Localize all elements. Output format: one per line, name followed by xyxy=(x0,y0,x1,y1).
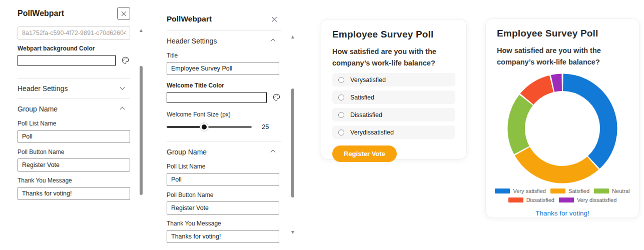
legend-label: Very satisfied xyxy=(513,188,545,194)
font-size-label: Welcome Font Size (px) xyxy=(167,111,281,118)
poll-button-name-input[interactable] xyxy=(18,158,130,172)
title-input[interactable] xyxy=(167,62,279,75)
legend-item: Neutral xyxy=(594,188,629,194)
option-label: Verydissatisfied xyxy=(350,129,394,136)
slider-thumb[interactable] xyxy=(200,123,208,131)
font-size-value: 25 xyxy=(262,123,269,130)
poll-option-row[interactable]: Verysatisfied xyxy=(332,73,455,86)
poll-list-name-input[interactable] xyxy=(18,130,130,143)
chart-legend: Very satisfiedSatisfiedNeutralDissatisfi… xyxy=(495,188,630,203)
legend-swatch xyxy=(508,198,523,202)
donut-slice-3 xyxy=(527,84,551,100)
scrollbar-thumb[interactable] xyxy=(291,88,294,198)
poll-title: Employee Survey Poll xyxy=(497,28,628,39)
scroll-up-icon[interactable] xyxy=(291,36,294,38)
legend-label: Satisfied xyxy=(568,188,589,194)
pane-title: PollWebpart xyxy=(18,9,64,18)
close-icon xyxy=(121,11,127,16)
legend-row: Very satisfiedSatisfiedNeutral xyxy=(495,188,630,194)
section-group-name[interactable]: Group Name xyxy=(167,142,281,162)
poll-vote-card: Employee Survey Poll How satisfied are y… xyxy=(321,19,467,160)
section-label: Header Settings xyxy=(167,37,217,45)
slider-track-filled xyxy=(167,126,204,128)
poll-button-name-input[interactable] xyxy=(167,202,279,214)
field-label: Poll Button Name xyxy=(18,148,130,156)
field-label: Poll Button Name xyxy=(167,192,281,198)
scrollbar[interactable] xyxy=(291,12,295,248)
poll-option-row[interactable]: Verydissatisfied xyxy=(332,126,455,139)
poll-results-card: Employee Survey Poll How satisfied are y… xyxy=(485,18,639,218)
legend-label: Very dissatisfied xyxy=(577,197,616,203)
donut-slice-0 xyxy=(563,82,608,162)
field-label: Thank You Message xyxy=(18,177,130,184)
poll-list-name-input[interactable] xyxy=(167,173,279,186)
option-label: Dissatisfied xyxy=(350,112,382,118)
legend-item: Very satisfied xyxy=(495,188,545,194)
legend-swatch xyxy=(550,188,565,194)
field-label: Poll List Name xyxy=(18,120,130,127)
section-group-name[interactable]: Group Name xyxy=(18,99,130,119)
property-pane-basic: PollWebpart Webpart background Color Hea… xyxy=(5,7,146,200)
section-label: Group Name xyxy=(167,148,207,156)
legend-item: Dissatisfied xyxy=(508,197,554,203)
poll-question: How satisfied are you with the company’s… xyxy=(497,45,624,68)
field-label: Poll List Name xyxy=(167,163,281,170)
legend-swatch xyxy=(559,198,574,202)
font-size-slider[interactable] xyxy=(167,124,252,130)
donut-slice-4 xyxy=(553,82,562,84)
close-button[interactable] xyxy=(117,7,130,20)
color-picker-button[interactable] xyxy=(272,93,281,102)
scrollbar-thumb[interactable] xyxy=(140,66,143,195)
radio-button[interactable] xyxy=(338,130,344,136)
chevron-up-icon xyxy=(120,106,125,112)
legend-row: DissatisfiedVery dissatisfied xyxy=(495,197,630,203)
chevron-up-icon xyxy=(271,38,276,44)
poll-donut-chart xyxy=(507,73,618,184)
poll-option-row[interactable]: Satisfied xyxy=(332,90,455,104)
property-pane-header: PollWebpart Header Settings Title Welcom… xyxy=(163,12,295,243)
legend-item: Satisfied xyxy=(550,188,589,194)
chevron-up-icon xyxy=(271,150,276,154)
close-icon xyxy=(272,16,277,22)
slider-track-rest xyxy=(207,126,252,128)
thanks-message-link[interactable]: Thanks for voting! xyxy=(495,210,630,217)
field-label: Title xyxy=(167,52,281,59)
option-label: Satisfied xyxy=(350,94,374,101)
legend-swatch xyxy=(594,188,609,194)
chevron-down-icon xyxy=(120,84,125,90)
legend-item: Very dissatisfied xyxy=(559,197,616,203)
scrollbar[interactable] xyxy=(140,7,143,217)
color-picker-button[interactable] xyxy=(121,56,130,64)
radio-button[interactable] xyxy=(338,112,344,118)
scroll-down-icon[interactable] xyxy=(291,231,294,234)
radio-button[interactable] xyxy=(338,94,344,100)
legend-label: Dissatisfied xyxy=(526,197,554,203)
poll-title: Employee Survey Poll xyxy=(332,29,455,40)
legend-swatch xyxy=(495,188,510,194)
welcome-color-label: Welcome Title Color xyxy=(167,82,281,89)
section-label: Header Settings xyxy=(18,84,68,92)
pane-title: PollWebpart xyxy=(167,14,212,24)
option-label: Verysatisfied xyxy=(350,76,386,84)
poll-question: How satisfied are you with the company’s… xyxy=(332,46,455,69)
palette-icon xyxy=(272,93,281,102)
thank-you-message-input[interactable] xyxy=(18,187,130,200)
bg-color-label: Webpart background Color xyxy=(18,45,130,52)
field-label: Thank You Message xyxy=(167,220,281,227)
register-vote-button[interactable]: Register Vote xyxy=(332,146,397,162)
poll-option-row[interactable]: Dissatisfied xyxy=(332,108,455,122)
section-header-settings[interactable]: Header Settings xyxy=(167,31,281,51)
close-button[interactable] xyxy=(268,12,281,26)
instance-id-field xyxy=(18,26,130,40)
palette-icon xyxy=(121,56,130,64)
bg-color-input[interactable] xyxy=(18,55,116,66)
radio-button[interactable] xyxy=(338,77,344,83)
welcome-color-input[interactable] xyxy=(167,92,267,103)
section-header-settings[interactable]: Header Settings xyxy=(18,78,130,98)
scroll-up-icon[interactable] xyxy=(140,29,143,32)
legend-label: Neutral xyxy=(612,188,629,194)
section-label: Group Name xyxy=(18,105,58,113)
donut-slice-1 xyxy=(522,152,593,175)
donut-slice-2 xyxy=(516,100,526,150)
thank-you-message-input[interactable] xyxy=(167,230,279,243)
